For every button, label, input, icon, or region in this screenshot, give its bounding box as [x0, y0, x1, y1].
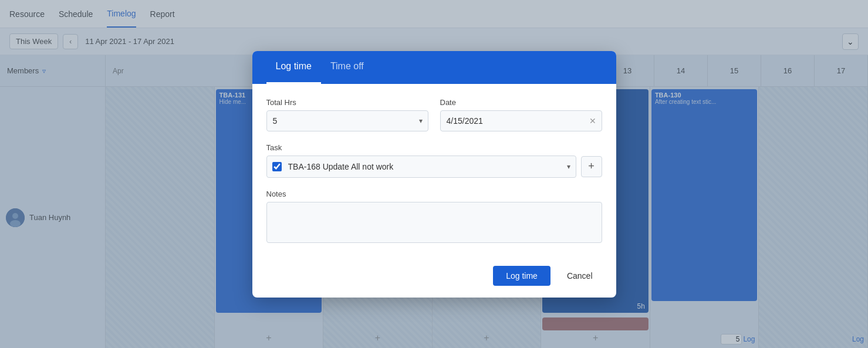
log-time-modal: Log time Time off Total Hrs 5 1 2 3 4	[252, 51, 616, 298]
modal-overlay: Log time Time off Total Hrs 5 1 2 3 4	[0, 0, 868, 348]
modal-body: Total Hrs 5 1 2 3 4 6 7 8	[252, 84, 616, 256]
notes-label: Notes	[266, 190, 602, 198]
task-row: TBA-168 Update All not work ▾ +	[266, 156, 602, 178]
total-hrs-select-wrapper: 5 1 2 3 4 6 7 8	[266, 110, 428, 131]
tab-time-off[interactable]: Time off	[321, 51, 373, 84]
cancel-button[interactable]: Cancel	[558, 266, 602, 286]
tab-log-time[interactable]: Log time	[266, 51, 321, 84]
add-task-button[interactable]: +	[581, 156, 602, 177]
task-select-wrapper: TBA-168 Update All not work ▾	[266, 156, 576, 178]
total-hrs-select[interactable]: 5 1 2 3 4 6 7 8	[266, 110, 428, 131]
log-time-submit-button[interactable]: Log time	[493, 266, 550, 286]
modal-header: Log time Time off	[252, 51, 616, 84]
total-hrs-group: Total Hrs 5 1 2 3 4 6 7 8	[266, 98, 428, 131]
date-label: Date	[440, 98, 602, 107]
date-input-wrapper: ✕	[440, 110, 602, 131]
total-hrs-label: Total Hrs	[266, 98, 428, 107]
date-group: Date ✕	[440, 98, 602, 131]
task-label: Task	[266, 143, 602, 152]
task-section: Task TBA-168 Update All not work ▾ +	[266, 143, 602, 178]
date-input[interactable]	[440, 110, 602, 131]
task-select[interactable]: TBA-168 Update All not work	[266, 156, 576, 178]
notes-section: Notes	[266, 190, 602, 245]
modal-footer: Log time Cancel	[252, 256, 616, 298]
total-hrs-date-row: Total Hrs 5 1 2 3 4 6 7 8	[266, 98, 602, 131]
notes-textarea[interactable]	[266, 202, 602, 243]
clear-date-icon[interactable]: ✕	[589, 116, 596, 126]
